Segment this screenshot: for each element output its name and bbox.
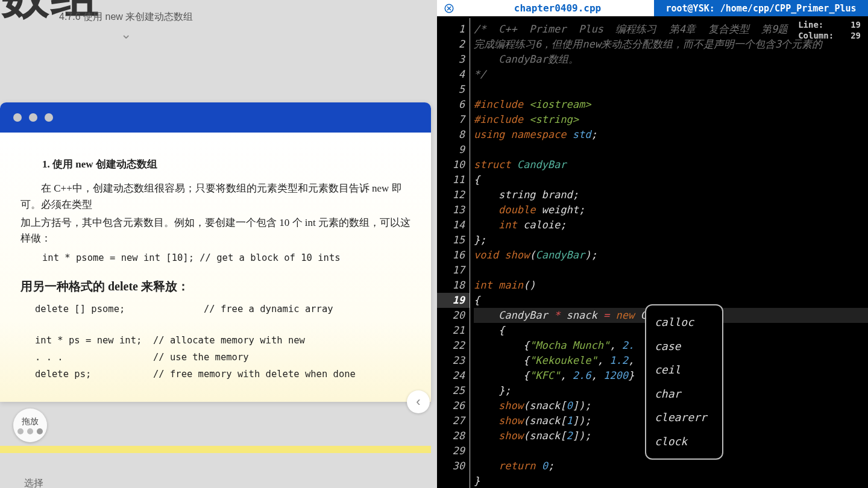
card-body: 1. 使用 new 创建动态数组 在 C++中，创建动态数组很容易；只要将数组的…	[0, 133, 431, 402]
code-line: int * psome = new int [10]; // get a blo…	[42, 251, 413, 265]
close-tab-button[interactable]	[437, 0, 461, 16]
card-h1: 1. 使用 new 创建动态数组	[20, 157, 413, 172]
code-line: delete ps; // free memory with delete wh…	[35, 367, 413, 381]
chevron-left-button[interactable]: ‹	[407, 390, 430, 413]
autocomplete-item[interactable]: clock	[655, 430, 714, 454]
dot-icon	[37, 428, 43, 434]
autocomplete-item[interactable]: calloc	[655, 310, 714, 334]
card-subhead: 用另一种格式的 delete 来释放：	[20, 277, 413, 296]
close-circle-icon	[444, 3, 454, 14]
code-line: delete [] psome; // free a dynamic array	[35, 302, 413, 316]
drag-badge[interactable]: 拖放	[13, 408, 47, 442]
drag-label: 拖放	[22, 416, 39, 427]
book-subtitle: 4.7.6 使用 new 来创建动态数组	[59, 11, 193, 23]
code-line: . . . // use the memory	[35, 350, 413, 364]
autocomplete-item[interactable]: case	[655, 334, 714, 358]
gutter: 1234567891011121314151617181920212223242…	[437, 18, 470, 488]
card-p: 加上方括号，其中包含元素数目。例如，要创建一个包含 10 个 int 元素的数组…	[20, 215, 413, 247]
card-titlebar	[0, 102, 431, 133]
dot-icon	[17, 428, 24, 434]
autocomplete-item[interactable]: ceil	[655, 358, 714, 382]
autocomplete-item[interactable]: char	[655, 382, 714, 406]
tab-bar: chapter0409.cpp root@YSK: /home/cpp/CPP_…	[437, 0, 868, 16]
yellow-divider	[0, 446, 431, 453]
footer-label: 选择	[24, 477, 43, 488]
autocomplete-item[interactable]: clearerr	[655, 405, 714, 430]
book-pane: 态数组 4.7.6 使用 new 来创建动态数组 ⌄ 1. 使用 new 创建动…	[0, 0, 437, 488]
tab-path[interactable]: root@YSK: /home/cpp/CPP_Primer_Plus	[654, 0, 868, 16]
card-p: 在 C++中，创建动态数组很容易；只要将数组的元素类型和元素数目告诉 new 即…	[20, 181, 413, 213]
window-dot-icon	[13, 113, 22, 122]
book-card: 1. 使用 new 创建动态数组 在 C++中，创建动态数组很容易；只要将数组的…	[0, 102, 431, 402]
tab-filename[interactable]: chapter0409.cpp	[461, 0, 654, 16]
chevron-down-icon[interactable]: ⌄	[121, 27, 131, 42]
code-line: int * ps = new int; // allocate memory w…	[35, 333, 413, 348]
window-dot-icon	[45, 113, 53, 122]
autocomplete-popup[interactable]: calloc case ceil char clearerr clock	[645, 304, 723, 460]
dot-icon	[27, 428, 33, 434]
window-dot-icon	[29, 113, 37, 122]
editor-pane: chapter0409.cpp root@YSK: /home/cpp/CPP_…	[437, 0, 868, 488]
